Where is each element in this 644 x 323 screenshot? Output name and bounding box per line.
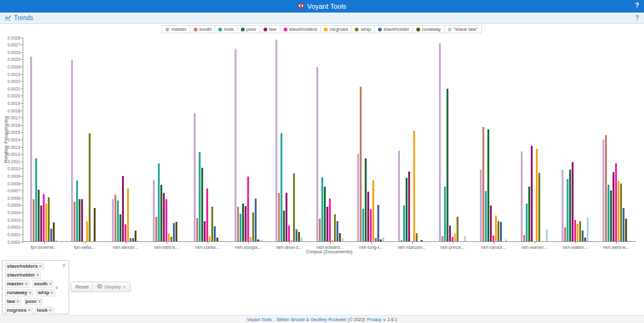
bar-slaveholders[interactable] <box>165 199 167 241</box>
bar-slaveholder[interactable] <box>132 238 134 241</box>
bar-took[interactable] <box>158 163 160 241</box>
bar-master[interactable] <box>71 60 73 241</box>
bar-runaway[interactable] <box>298 232 300 241</box>
bar-south[interactable] <box>401 240 402 241</box>
legend-item-slaveholders[interactable]: slaveholders <box>280 25 321 33</box>
bar-slaveholders[interactable] <box>574 220 576 241</box>
bar-law[interactable] <box>40 205 42 241</box>
bar-slaveholder[interactable] <box>173 223 175 241</box>
bar-master[interactable] <box>562 170 564 241</box>
bar-poor[interactable] <box>79 199 80 241</box>
legend-item-south[interactable]: south <box>190 25 216 33</box>
bar-law[interactable] <box>490 205 492 241</box>
bar-negroes[interactable] <box>168 234 170 241</box>
bar-runaway[interactable] <box>339 233 341 241</box>
display-button[interactable]: Display ∨ <box>92 282 131 292</box>
bar-law[interactable] <box>122 176 124 242</box>
bar-master[interactable] <box>235 49 236 241</box>
bar-whip[interactable] <box>89 133 91 241</box>
bar-south[interactable] <box>523 235 525 241</box>
bar-poor[interactable] <box>283 211 285 241</box>
bar-took[interactable] <box>403 205 405 241</box>
remove-term-icon[interactable]: × <box>38 298 41 305</box>
legend-item-poor[interactable]: poor <box>237 25 260 33</box>
bar-slaveholders[interactable] <box>288 226 290 242</box>
bar-south[interactable] <box>155 217 157 242</box>
term-tag-master[interactable]: master× <box>5 280 30 288</box>
legend-item-negroes[interactable]: negroes <box>320 25 352 33</box>
bar-took[interactable] <box>321 177 323 241</box>
bar-runaway[interactable] <box>625 219 627 241</box>
bar-slaveholders[interactable] <box>125 224 126 241</box>
footer-privacy-link[interactable]: Privacy <box>367 317 381 322</box>
bar-took[interactable] <box>362 209 364 241</box>
bar-law[interactable] <box>408 172 410 241</box>
legend-item-took[interactable]: took <box>214 25 237 33</box>
bar-negroes[interactable] <box>127 189 129 241</box>
bar-south[interactable] <box>33 199 35 241</box>
bar-whip[interactable] <box>170 237 172 241</box>
bar-law[interactable] <box>81 199 83 241</box>
bar-south[interactable] <box>196 218 198 241</box>
bar-master[interactable] <box>357 154 359 241</box>
bar-south[interactable] <box>482 127 484 241</box>
bar-law[interactable] <box>163 193 165 241</box>
terms-dropdown-chevron-icon[interactable]: ∨ <box>55 285 58 290</box>
bar-law[interactable] <box>572 162 574 242</box>
bar-south[interactable] <box>74 202 75 241</box>
bar-slave-law[interactable] <box>464 236 466 241</box>
legend-item-master[interactable]: master <box>162 25 190 33</box>
bar-runaway[interactable] <box>175 222 177 241</box>
bar-master[interactable] <box>275 40 277 242</box>
remove-term-icon[interactable]: × <box>25 281 28 287</box>
bar-slaveholders[interactable] <box>329 199 331 242</box>
bar-slaveholders[interactable] <box>492 236 494 241</box>
bar-whip[interactable] <box>130 238 131 241</box>
bar-master[interactable] <box>521 151 523 241</box>
panel-help-icon[interactable]: ? <box>635 14 639 21</box>
bar-runaway[interactable] <box>421 240 423 241</box>
bar-master[interactable] <box>480 170 482 241</box>
bar-master[interactable] <box>398 151 400 241</box>
bar-poor[interactable] <box>242 204 244 241</box>
legend-item-whip[interactable]: whip <box>351 25 374 33</box>
bar-whip[interactable] <box>293 173 295 241</box>
remove-term-icon[interactable]: × <box>39 263 42 270</box>
term-tag-took[interactable]: took× <box>35 307 54 314</box>
bar-whip[interactable] <box>620 183 622 241</box>
term-tag-slaveholders[interactable]: slaveholders× <box>5 263 44 270</box>
bar-law[interactable] <box>245 206 247 241</box>
bar-south[interactable] <box>237 207 239 241</box>
bar-slave-law[interactable] <box>587 217 589 241</box>
bar-whip[interactable] <box>211 207 213 241</box>
bar-south[interactable] <box>278 193 280 241</box>
bar-whip[interactable] <box>48 197 50 241</box>
terms-filter-box[interactable]: slaveholders×slaveholder×master×south×ru… <box>2 260 69 314</box>
bar-slaveholder[interactable] <box>582 231 584 241</box>
bar-poor[interactable] <box>406 178 408 241</box>
bar-master[interactable] <box>153 180 155 242</box>
bar-took[interactable] <box>485 191 487 241</box>
bar-law[interactable] <box>286 193 287 241</box>
bar-slaveholders[interactable] <box>370 209 372 241</box>
bar-took[interactable] <box>526 204 528 241</box>
bar-south[interactable] <box>360 87 362 241</box>
bar-poor[interactable] <box>365 158 367 241</box>
bar-south[interactable] <box>319 219 321 241</box>
term-tag-whip[interactable]: whip× <box>36 289 55 297</box>
bar-slaveholder[interactable] <box>255 199 257 242</box>
bar-slaveholder[interactable] <box>336 221 338 242</box>
remove-term-icon[interactable]: × <box>28 307 31 314</box>
legend-item-slave-law[interactable]: "slave law" <box>444 25 482 33</box>
bar-law[interactable] <box>531 146 533 241</box>
bar-runaway[interactable] <box>135 231 136 241</box>
bar-took[interactable] <box>76 180 78 242</box>
bar-took[interactable] <box>608 185 609 242</box>
bar-law[interactable] <box>367 192 369 241</box>
bar-master[interactable] <box>194 113 196 241</box>
term-tag-slaveholder[interactable]: slaveholder× <box>5 271 41 279</box>
bar-slave-law[interactable] <box>628 241 630 241</box>
bar-negroes[interactable] <box>45 204 47 241</box>
bar-slaveholder[interactable] <box>377 205 379 241</box>
bar-took[interactable] <box>240 214 242 241</box>
